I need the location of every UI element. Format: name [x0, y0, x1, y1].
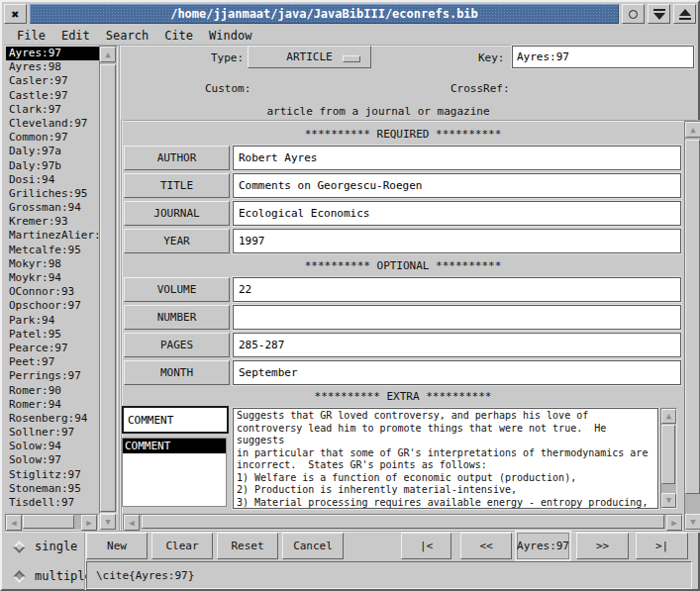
iconify-button[interactable]: [622, 4, 645, 24]
triangle-up-bar-icon: [679, 9, 691, 20]
pages-input[interactable]: [233, 333, 681, 357]
cite-command-field[interactable]: \cite{Ayres:97}: [86, 561, 692, 589]
list-item[interactable]: OConnor:93: [6, 285, 99, 299]
list-item[interactable]: Grossman:94: [6, 201, 99, 215]
author-field-button[interactable]: AUTHOR: [124, 146, 230, 170]
list-scroll-up-icon[interactable]: ▲: [100, 47, 116, 62]
multiple-radio[interactable]: [13, 570, 26, 583]
bar-down-triangle-icon: [653, 9, 665, 20]
list-item[interactable]: Kremer:93: [6, 215, 99, 229]
number-input[interactable]: [233, 305, 681, 330]
title-field-button[interactable]: TITLE: [124, 173, 230, 198]
extra-section-header: ********** EXTRA **********: [123, 390, 683, 403]
cancel-button[interactable]: Cancel: [282, 533, 344, 559]
form-vscroll-thumb[interactable]: [685, 140, 700, 494]
list-scroll-left-icon[interactable]: ◀: [6, 515, 22, 531]
volume-input[interactable]: [233, 277, 681, 302]
reset-button[interactable]: Reset: [217, 533, 278, 559]
list-item[interactable]: Daly:97a: [6, 145, 99, 158]
list-item[interactable]: Ayres:97: [6, 47, 99, 60]
extra-field-name-input[interactable]: [122, 406, 229, 434]
single-radio-label: single: [35, 540, 77, 553]
key-input[interactable]: [512, 46, 694, 68]
nav-last-button[interactable]: >|: [636, 533, 688, 559]
menu-search[interactable]: Search: [106, 29, 149, 43]
comment-scroll-up-icon[interactable]: ▲: [661, 409, 676, 424]
list-item[interactable]: Rosenberg:94: [6, 412, 99, 426]
list-item[interactable]: Sollner:97: [6, 426, 99, 440]
comment-scroll-down-icon[interactable]: ▼: [661, 493, 676, 508]
list-item[interactable]: Solow:97: [6, 453, 99, 467]
list-item[interactable]: Solow:94: [6, 440, 99, 453]
form-scroll-down-icon[interactable]: ▼: [685, 514, 700, 530]
list-item[interactable]: Perrings:97: [6, 369, 99, 383]
year-input[interactable]: [233, 229, 681, 253]
list-scroll-down-icon[interactable]: ▼: [100, 514, 116, 530]
new-button[interactable]: New: [86, 533, 148, 559]
list-item[interactable]: Opschoor:97: [6, 299, 99, 313]
list-item[interactable]: Patel:95: [6, 328, 99, 342]
list-item[interactable]: Daly:97b: [6, 159, 99, 173]
form-scroll-left-icon[interactable]: ◀: [124, 515, 140, 531]
reference-list: Ayres:97Ayres:98Casler:97Castle:97Clark:…: [6, 47, 99, 513]
comment-textarea[interactable]: Suggests that GR loved controversy, and …: [233, 408, 658, 509]
clear-button[interactable]: Clear: [151, 533, 213, 559]
number-field-button[interactable]: NUMBER: [124, 305, 230, 330]
year-field-button[interactable]: YEAR: [124, 229, 230, 253]
menu-cite[interactable]: Cite: [164, 29, 193, 43]
list-item[interactable]: MartinezAlier:9: [6, 229, 99, 243]
nav-prev-button[interactable]: <<: [460, 533, 512, 559]
author-input[interactable]: [233, 146, 681, 170]
comment-vscroll-thumb[interactable]: [661, 425, 675, 484]
type-value: ARTICLE: [286, 50, 332, 63]
menu-edit[interactable]: Edit: [61, 29, 90, 43]
journal-field-button[interactable]: JOURNAL: [124, 201, 230, 226]
list-item[interactable]: Peet:97: [6, 355, 99, 369]
list-item[interactable]: Casler:97: [6, 74, 99, 88]
shade-button[interactable]: [648, 4, 670, 24]
close-button[interactable]: ✖: [4, 4, 27, 24]
title-input[interactable]: [233, 173, 681, 198]
form-scroll-right-icon[interactable]: ▶: [666, 515, 682, 531]
single-radio[interactable]: [13, 541, 26, 553]
menu-file[interactable]: File: [17, 29, 46, 43]
maximize-button[interactable]: [673, 4, 696, 24]
list-hscroll-thumb[interactable]: [23, 515, 74, 529]
list-item[interactable]: Cleveland:97: [6, 117, 99, 131]
list-item[interactable]: Stoneman:95: [6, 482, 99, 496]
list-scroll-right-icon[interactable]: ▶: [81, 515, 97, 531]
extra-field-list-item[interactable]: COMMENT: [123, 439, 226, 453]
list-item[interactable]: Castle:97: [6, 89, 99, 103]
month-field-button[interactable]: MONTH: [124, 360, 230, 385]
key-label: Key:: [478, 51, 505, 64]
titlebar: ✖ /home/jjanmaat/java/JavaBibIII/econref…: [4, 4, 696, 24]
list-item[interactable]: Romer:94: [6, 398, 99, 412]
list-item[interactable]: Pearce:97: [6, 342, 99, 355]
list-item[interactable]: Metcalfe:95: [6, 244, 99, 257]
list-item[interactable]: Ayres:98: [6, 60, 99, 74]
journal-input[interactable]: [233, 201, 681, 226]
list-vscroll-thumb[interactable]: [100, 64, 116, 512]
nav-first-button[interactable]: |<: [401, 533, 451, 559]
type-dropdown[interactable]: ARTICLE: [248, 46, 371, 68]
form-hscroll-thumb[interactable]: [142, 515, 664, 529]
list-item[interactable]: Clark:97: [6, 103, 99, 117]
list-item[interactable]: Common:97: [6, 131, 99, 145]
window-title-strip[interactable]: /home/jjanmaat/java/JavaBibIII/econrefs.…: [30, 4, 619, 24]
menu-window[interactable]: Window: [209, 29, 251, 43]
app-window: ✖ /home/jjanmaat/java/JavaBibIII/econref…: [0, 0, 700, 591]
list-item[interactable]: Moykr:94: [6, 271, 99, 285]
list-item[interactable]: Park:94: [6, 314, 99, 328]
list-item[interactable]: Griliches:95: [6, 187, 99, 201]
volume-field-button[interactable]: VOLUME: [124, 277, 230, 302]
list-item[interactable]: Dosi:94: [6, 173, 99, 187]
pages-field-button[interactable]: PAGES: [124, 333, 230, 357]
list-item[interactable]: Mokyr:98: [6, 257, 99, 271]
list-item[interactable]: Romer:90: [6, 384, 99, 398]
month-input[interactable]: [233, 360, 681, 385]
list-item[interactable]: Stiglitz:97: [6, 468, 99, 482]
nav-next-button[interactable]: >>: [576, 533, 629, 559]
form-scroll-up-icon[interactable]: ▲: [685, 122, 700, 138]
list-item[interactable]: Tisdell:97: [6, 496, 99, 510]
nav-current-record[interactable]: Ayres:97: [517, 533, 569, 559]
